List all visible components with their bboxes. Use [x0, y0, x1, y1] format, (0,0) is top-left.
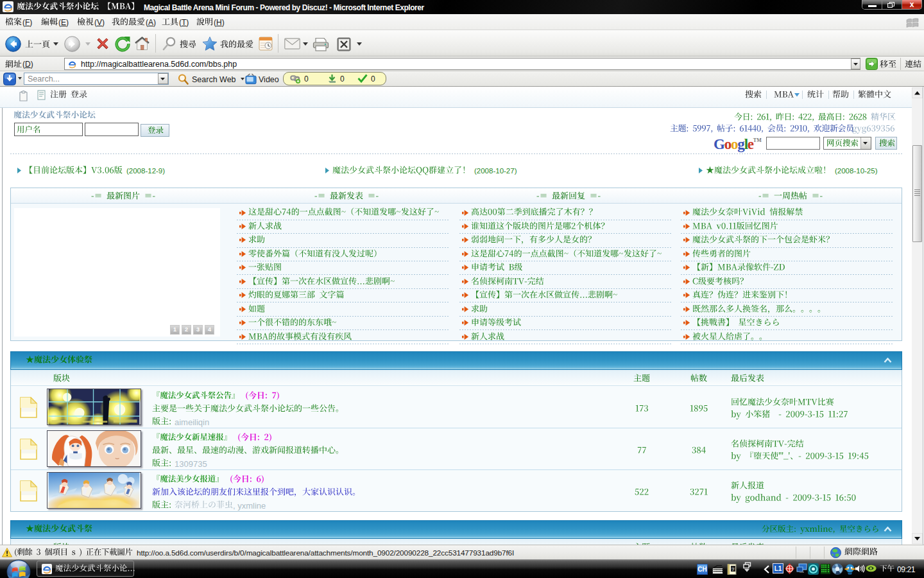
svg-text:?: ?	[732, 566, 735, 572]
